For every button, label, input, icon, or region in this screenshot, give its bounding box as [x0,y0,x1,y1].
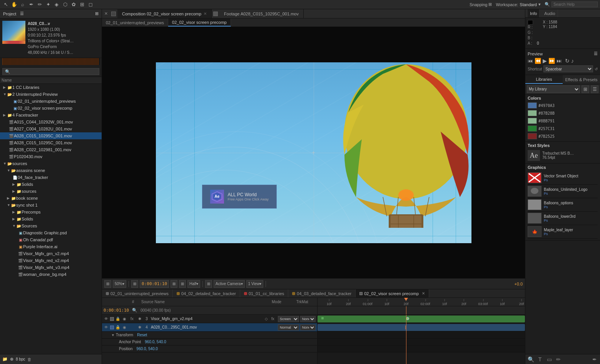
list-item[interactable]: ▼ 📂 Sources [0,222,102,229]
list-item[interactable]: 📄 04_face_tracker [0,174,102,181]
clone-tool[interactable]: ✦ [45,1,52,8]
step-back-button[interactable]: ⏪ [535,58,541,64]
library-selector[interactable]: My Library [527,85,580,93]
list-item[interactable]: ▶ 📁 1 CC Libraries [0,84,102,91]
search-input[interactable] [552,2,598,7]
list-item[interactable]: 🎬 Visor_Mgfx_wht_v3.mp4 [0,264,102,271]
go-to-start-button[interactable]: ⏮ [528,58,533,64]
list-item[interactable]: ▼ 📂 sync shot 1 [0,202,102,209]
timeline-tab[interactable]: 01_01_cc_libraries [240,289,288,297]
close-icon[interactable]: ✕ [102,11,110,16]
tab-close-icon[interactable]: ✕ [204,12,207,16]
timecode-display[interactable]: 0:00:01:10 [140,280,169,288]
libraries-tab[interactable]: Libraries [525,75,563,84]
list-item[interactable]: 🎬 A028_C015_10295C_001.mov [0,139,102,146]
workspace-dropdown-icon[interactable]: ▾ [538,2,541,7]
tab-composition[interactable]: Composition 02_02_visor screen precomp ✕ [117,9,212,18]
graphic-item[interactable]: Vector Smart Object Ps [528,171,598,185]
list-item[interactable]: 🎬 Visor_Mgfx_grn_v2.mp4 [0,250,102,257]
pen-tool[interactable]: ✒ [28,1,35,8]
comp-tab-1[interactable]: 02_01_uninterrupted_previews [102,18,168,27]
zoom-display[interactable]: 50% ▾ [113,280,126,288]
project-menu-icon[interactable]: ☰ [20,11,24,16]
workspace-value[interactable]: Standard [520,2,537,7]
list-item[interactable]: ▶ 📁 sources [0,188,102,195]
view-options-btn[interactable]: ⊞ [205,280,212,288]
list-item[interactable]: 🎬 A015_C044_10292W_001.mov [0,119,102,125]
effects-presets-tab[interactable]: Effects & Presets [563,75,600,84]
list-item[interactable]: ▶ 📁 4 Facetracker [0,112,102,119]
preview-menu-icon[interactable]: ☰ [594,51,598,56]
list-item[interactable]: 🎬 A028_C015_10295C_001.mov [0,132,102,139]
layer-lock[interactable]: 🔒 [115,325,120,329]
timeline-tab[interactable]: 04_02_detailed_face_tracker [173,289,240,297]
search-timeline-icon[interactable]: 🔍 [132,308,137,313]
eye-dropper-icon[interactable]: ✏ [555,356,562,363]
project-icon-list[interactable]: ⊞ [95,11,99,16]
list-item[interactable]: 🎬 woman_drone_bg.mp4 [0,271,102,278]
layer-trk-dropdown[interactable]: None [300,324,316,331]
snapping-toggle[interactable]: Snapping ⊞ [470,2,492,7]
anchor-point-value[interactable]: 960.0, 540.0 [145,340,166,344]
list-item[interactable]: ▶ 📁 Solids [0,181,102,188]
project-search-input[interactable] [2,68,99,75]
shortcut-select[interactable]: Spacebar [543,65,593,72]
search-library-icon[interactable]: 🔍 [527,356,535,363]
graphic-item[interactable]: 🍁 Maple_leaf_layer Ps [528,225,598,239]
timeline-tab-active[interactable]: 02_02_visor screen precomp ✕ [356,289,429,297]
brush-tool[interactable]: ✏ [36,1,43,8]
import-icon[interactable]: ⊕ [10,357,13,362]
layer-fx-toggle[interactable]: fx [128,317,136,321]
layer-mode-dropdown[interactable]: Normal [278,324,299,331]
layer-motion-blur[interactable]: ✱ [137,317,142,321]
trash-icon[interactable]: 🗑 [27,357,32,362]
layer-trk-dropdown[interactable]: None [300,316,316,322]
layer-solo[interactable]: ◉ [122,325,127,329]
preview-options[interactable]: ⊞ [131,280,138,288]
timeline-tab[interactable]: 04_03_detailed_face_tracker [288,289,356,297]
layer-visibility-toggle[interactable]: 👁 [104,325,109,329]
list-item[interactable]: ▣ 02_01_uninterrupted_previews [0,98,102,105]
color-swatch[interactable] [528,102,537,109]
color-swatch[interactable] [528,110,537,116]
view-count-btn[interactable]: 1 View ▾ [246,280,264,288]
puppet-tool[interactable]: ✿ [70,1,77,8]
list-item[interactable]: ▣ Diagnostic Graphic.psd [0,229,102,236]
add-text-icon[interactable]: T [536,356,544,363]
timeline-tab[interactable]: 02_01_uninterrupted_previews [102,289,173,297]
graphic-item[interactable]: Balloons_Unlimited_Logo Ps [528,185,598,198]
color-swatch[interactable] [528,118,537,124]
list-item[interactable]: ▶ 📁 Solids [0,215,102,222]
expand-icon[interactable]: ▼ [111,333,114,337]
quality-select-btn[interactable]: Half ▾ [187,280,200,288]
graphic-item[interactable]: Balloons_options Ps [528,198,598,212]
graphic-item[interactable]: Balloons_lower3rd Ps [528,212,598,225]
grid-view-button[interactable]: ⊞ [582,85,589,93]
shape-tool[interactable]: ◻ [87,1,94,8]
list-item[interactable]: ▼ 📂 sources [0,160,102,167]
hand-tool[interactable]: ✋ [11,1,18,8]
new-folder-icon[interactable]: 📁 [2,357,8,362]
list-item[interactable]: ▼ 📂 2 Uninterrupted Preview [0,91,102,98]
layer-visibility-toggle[interactable]: 👁 [104,317,109,321]
pen-tool-icon[interactable]: ✒ [591,356,598,363]
color-swatch[interactable] [528,125,537,132]
comp-tab-2[interactable]: 02_02_visor screen precomp [168,18,231,27]
list-item[interactable]: ▶ 📁 Precomps [0,209,102,215]
list-item[interactable]: ▼ 📂 assasins scene [0,167,102,174]
list-item[interactable]: 🎬 A027_C004_10282U_001.mov [0,125,102,132]
zoom-tool[interactable]: ⌕ [19,1,26,8]
layer-motion-blur[interactable]: ✱ [137,325,142,329]
shortcut-reset-icon[interactable]: ↺ [595,67,598,71]
camera-select-btn[interactable]: Active Camera ▾ [214,280,245,288]
layer-effects-icon[interactable]: fx [271,317,277,321]
layer-mode-dropdown[interactable]: Screen [278,316,299,322]
layer-solo[interactable]: ◉ [122,317,127,321]
eraser-tool[interactable]: ◈ [53,1,60,8]
close-icon[interactable]: ✕ [422,291,425,296]
preview-btn-2[interactable]: ⊞ [170,280,177,288]
list-item[interactable]: ▣ Purple Interface.ai [0,243,102,250]
roto-tool[interactable]: ⬡ [62,1,69,8]
list-item[interactable]: ▣ 02_02_visor screen precomp [0,105,102,112]
layer-lock[interactable]: 🔒 [115,317,120,321]
